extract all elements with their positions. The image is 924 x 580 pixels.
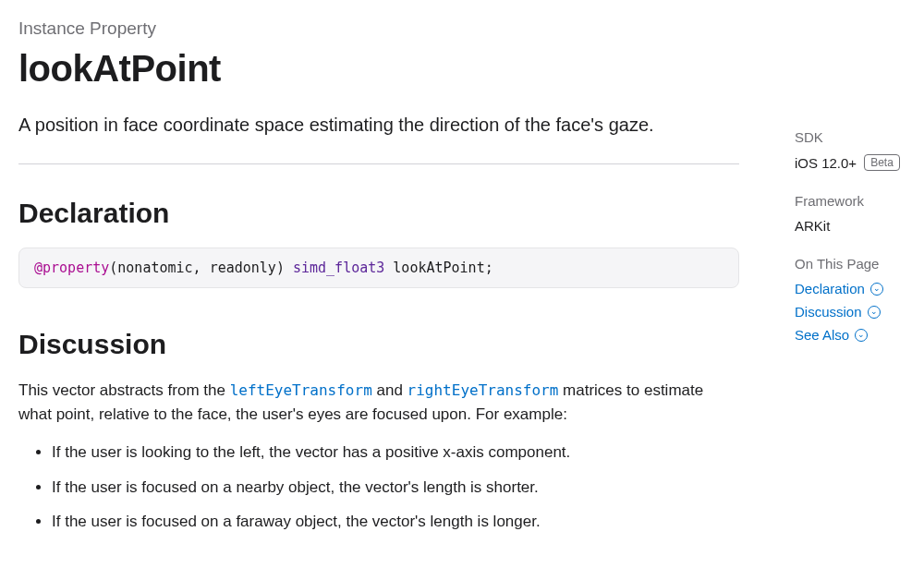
discussion-bullets: If the user is looking to the left, the …: [18, 441, 739, 534]
link-lefteyetransform[interactable]: leftEyeTransform: [230, 381, 372, 399]
discussion-heading: Discussion: [18, 329, 739, 360]
toc-link-declaration[interactable]: Declaration ⌄: [795, 281, 901, 296]
sidebar-framework: Framework ARKit: [795, 193, 901, 234]
sdk-value: iOS 12.0+: [795, 155, 857, 171]
chevron-down-icon: ⌄: [870, 283, 883, 296]
page-title: lookAtPoint: [18, 48, 739, 90]
declaration-code: @property(nonatomic, readonly) simd_floa…: [18, 248, 739, 288]
bullet-item: If the user is focused on a faraway obje…: [52, 510, 739, 534]
sidebar-onthispage: On This Page Declaration ⌄ Discussion ⌄ …: [795, 256, 901, 343]
code-type: simd_float3: [293, 260, 384, 276]
divider: [18, 163, 739, 164]
sidebar: SDK iOS 12.0+ Beta Framework ARKit On Th…: [795, 18, 901, 545]
bullet-item: If the user is focused on a nearby objec…: [52, 476, 739, 500]
chevron-down-icon: ⌄: [868, 306, 881, 319]
chevron-down-icon: ⌄: [855, 329, 868, 342]
summary-text: A position in face coordinate space esti…: [18, 112, 739, 138]
main-content: Instance Property lookAtPoint A position…: [18, 18, 739, 545]
onthispage-label: On This Page: [795, 256, 901, 272]
code-keyword: @property: [34, 260, 109, 276]
toc-link-discussion[interactable]: Discussion ⌄: [795, 304, 901, 320]
sidebar-sdk: SDK iOS 12.0+ Beta: [795, 129, 901, 171]
eyebrow-label: Instance Property: [18, 18, 739, 39]
beta-badge: Beta: [864, 154, 900, 171]
code-rest: lookAtPoint;: [384, 260, 492, 276]
code-modifiers: (nonatomic, readonly): [109, 260, 293, 276]
framework-value: ARKit: [795, 218, 901, 234]
toc-link-seealso[interactable]: See Also ⌄: [795, 327, 901, 343]
sdk-label: SDK: [795, 129, 901, 145]
bullet-item: If the user is looking to the left, the …: [52, 441, 739, 465]
link-righteyetransform[interactable]: rightEyeTransform: [407, 381, 559, 399]
framework-label: Framework: [795, 193, 901, 209]
discussion-intro: This vector abstracts from the leftEyeTr…: [18, 379, 739, 426]
declaration-heading: Declaration: [18, 198, 739, 229]
